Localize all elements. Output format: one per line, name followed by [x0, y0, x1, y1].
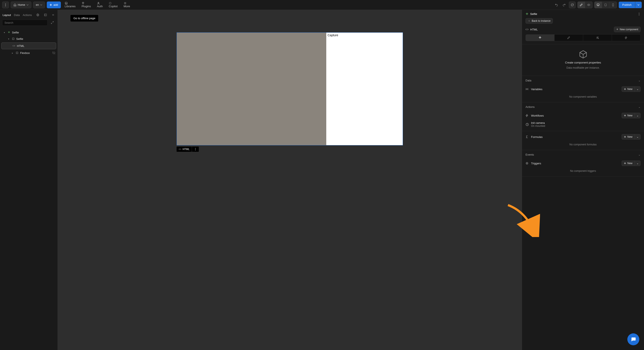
new-trigger-dropdown[interactable]: ⌄	[635, 161, 640, 166]
new-workflow-button[interactable]: New	[622, 113, 635, 118]
back-to-instance-button[interactable]: Back to instance	[526, 18, 553, 24]
selection-chip[interactable]: HTML	[176, 147, 192, 152]
chevron-down-icon	[26, 4, 28, 6]
svg-point-3	[98, 2, 99, 3]
section-events-header[interactable]: Events ⌄	[522, 150, 644, 159]
libraries-label: Libraries	[65, 5, 76, 8]
sliders-icon	[596, 36, 599, 39]
svg-point-2	[5, 5, 6, 6]
sparkle-icon	[7, 31, 11, 34]
plus-icon	[624, 88, 626, 90]
props-empty-sub: Data modifiable per instance.	[566, 66, 600, 69]
capture-label[interactable]: Capture	[328, 33, 338, 37]
tree-item-selfie[interactable]: ▾ Selfie	[0, 36, 58, 42]
tab-layout[interactable]: Layout	[2, 13, 11, 17]
tab-actions[interactable]: Actions	[23, 13, 32, 17]
new-workflow-dropdown[interactable]: ⌄	[635, 113, 640, 118]
refresh-button[interactable]	[569, 1, 576, 8]
add-button[interactable]: add	[47, 1, 61, 8]
eye-icon	[587, 3, 590, 6]
left-panel: Layout Data Actions ▾ Selfie ▾ Selfie	[0, 10, 58, 350]
tab-data[interactable]: Data	[14, 13, 20, 17]
variable-icon	[526, 88, 529, 91]
desktop-button[interactable]	[594, 2, 602, 8]
svg-point-7	[606, 5, 606, 6]
copilot-button[interactable]: Copilot	[106, 0, 120, 9]
tree-label: Selfie	[16, 37, 55, 40]
tree-item-root[interactable]: ▾ Selfie	[0, 29, 58, 36]
section-actions-header[interactable]: Actions ⌄	[522, 102, 644, 112]
svg-point-15	[195, 149, 196, 150]
home-dropdown[interactable]: Home	[11, 1, 32, 8]
home-icon	[14, 3, 16, 6]
tree-item-html[interactable]: HTML	[1, 42, 56, 49]
edit-mode-button[interactable]	[578, 2, 585, 8]
inspector-tab-sparkle[interactable]	[526, 34, 554, 41]
search-input[interactable]	[2, 20, 48, 26]
new-component-button[interactable]: New component	[614, 27, 640, 32]
selected-element-frame: Capture HTML	[176, 32, 403, 145]
user-icon	[97, 2, 100, 5]
publish-dropdown[interactable]	[635, 2, 642, 8]
selection-menu-button[interactable]	[192, 147, 199, 152]
new-variable-button[interactable]: New	[622, 86, 635, 92]
workflow-item[interactable]: Init camera On mounted	[522, 120, 644, 131]
publish-button[interactable]: Publish	[619, 2, 635, 8]
collapse-panel-button[interactable]	[50, 12, 56, 18]
code-icon	[179, 148, 181, 151]
redo-button[interactable]	[561, 2, 567, 8]
menu-button[interactable]	[2, 1, 9, 8]
auth-button[interactable]: Auth	[95, 0, 105, 9]
desktop-icon	[596, 3, 600, 6]
svg-point-25	[526, 162, 528, 164]
publish-label: Publish	[622, 3, 632, 6]
canvas[interactable]: Go to offline page Capture HTML	[58, 10, 522, 350]
plugins-button[interactable]: Plugins	[80, 0, 93, 9]
workflow-title: Init camera	[531, 121, 545, 125]
tablet-button[interactable]	[602, 2, 609, 8]
menu-icon	[124, 2, 126, 5]
lang-dropdown[interactable]: en	[33, 1, 45, 8]
redo-icon	[562, 3, 566, 6]
dots-vertical-icon	[4, 3, 7, 6]
svg-rect-11	[44, 14, 47, 16]
selection-badge: HTML	[176, 147, 199, 152]
mode-toggle	[578, 1, 592, 8]
svg-rect-13	[16, 52, 18, 54]
expand-button[interactable]	[49, 20, 55, 25]
plugins-label: Plugins	[82, 5, 91, 8]
mobile-button[interactable]	[609, 2, 617, 8]
svg-point-24	[526, 163, 528, 164]
chevrons-left-icon	[52, 13, 55, 16]
settings-icon-button[interactable]	[35, 12, 41, 18]
inspector-tab-settings[interactable]	[583, 34, 612, 41]
dots-vertical-icon	[194, 148, 197, 151]
help-fab[interactable]	[627, 333, 639, 345]
new-variable-dropdown[interactable]: ⌄	[635, 86, 640, 92]
code-icon	[526, 28, 528, 31]
undo-button[interactable]	[554, 2, 560, 8]
inspector-tabs	[526, 34, 640, 41]
plus-icon	[50, 4, 52, 6]
box-icon	[15, 51, 19, 55]
inspector-tab-actions[interactable]	[612, 34, 640, 41]
offline-page-pill[interactable]: Go to offline page	[70, 15, 98, 21]
inspector-tab-style[interactable]	[554, 34, 583, 41]
formulas-label: Formulas	[531, 135, 542, 139]
new-formula-dropdown[interactable]: ⌄	[635, 134, 640, 140]
more-button[interactable]: More	[122, 0, 132, 9]
html-element[interactable]: Capture	[176, 32, 403, 145]
component-menu-button[interactable]	[638, 12, 640, 15]
hidden-icon[interactable]	[52, 51, 55, 54]
new-formula-button[interactable]: New	[622, 134, 635, 140]
section-data-header[interactable]: Data ⌄	[522, 76, 644, 85]
panel-icon	[44, 13, 47, 16]
new-trigger-button[interactable]: New	[622, 161, 635, 166]
chat-icon	[630, 337, 636, 342]
tree-item-flexbox[interactable]: ▸ Flexbox	[0, 50, 58, 56]
workflow-sub: On mounted	[531, 125, 545, 128]
section-data-label: Data	[526, 79, 531, 82]
panel-icon-button[interactable]	[42, 12, 48, 18]
preview-mode-button[interactable]	[585, 2, 592, 8]
libraries-button[interactable]: Libraries	[62, 0, 78, 9]
